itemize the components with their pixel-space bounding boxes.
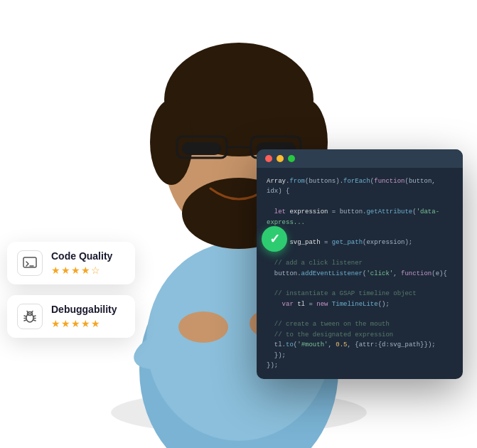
code-line-1: Array.from(buttons).forEach(function(but… <box>267 176 453 197</box>
code-content: Array.from(buttons).forEach(function(but… <box>257 168 463 379</box>
code-line-4 <box>267 228 453 238</box>
svg-point-6 <box>150 100 193 185</box>
code-line-8: button.addEventListener('click', functio… <box>267 269 453 279</box>
code-line-7: // add a click listener <box>267 258 453 268</box>
check-icon: ✓ <box>269 231 280 247</box>
code-line-14: // to the designated expression <box>267 330 453 340</box>
svg-line-24 <box>24 316 26 316</box>
code-line-5: let svg_path = get_path(expression); <box>267 238 453 247</box>
svg-point-16 <box>178 311 228 343</box>
svg-line-26 <box>24 320 26 321</box>
terminal-icon <box>17 250 43 276</box>
window-dot-red <box>265 155 272 162</box>
window-dot-yellow <box>277 155 284 162</box>
debuggability-title: Debuggability <box>51 304 117 315</box>
debuggability-text: Debuggability ★★★★★ <box>51 304 117 329</box>
code-line-12 <box>267 309 453 319</box>
code-quality-stars: ★★★★☆ <box>51 265 112 276</box>
window-dot-green <box>288 155 295 162</box>
debuggability-card: Debuggability ★★★★★ <box>7 295 135 338</box>
code-line-2 <box>267 197 453 207</box>
code-line-13: // create a tween on the mouth <box>267 319 453 329</box>
code-panel: Array.from(buttons).forEach(function(but… <box>257 149 463 379</box>
code-quality-card: Code Quality ★★★★☆ <box>7 242 135 284</box>
svg-rect-9 <box>182 142 221 155</box>
code-quality-text: Code Quality ★★★★☆ <box>51 250 112 276</box>
code-quality-title: Code Quality <box>51 250 112 262</box>
code-panel-header <box>257 149 463 168</box>
code-line-15: tl.to('#mouth', 0.5, {attr:{d:svg_path}}… <box>267 340 453 350</box>
debuggability-stars: ★★★★★ <box>51 318 117 329</box>
code-line-6 <box>267 248 453 258</box>
code-line-11: var tl = new TimelineLite(); <box>267 299 453 309</box>
svg-line-27 <box>33 316 36 316</box>
code-line-10: // instantiate a GSAP timeline object <box>267 289 453 299</box>
code-line-3: let expression = button.getAttribute('da… <box>267 207 453 228</box>
code-line-9 <box>267 279 453 289</box>
code-line-17: }); <box>267 361 453 370</box>
bug-icon <box>17 304 43 329</box>
code-line-16: }); <box>267 351 453 361</box>
svg-line-29 <box>33 320 36 321</box>
check-badge: ✓ <box>262 226 287 252</box>
